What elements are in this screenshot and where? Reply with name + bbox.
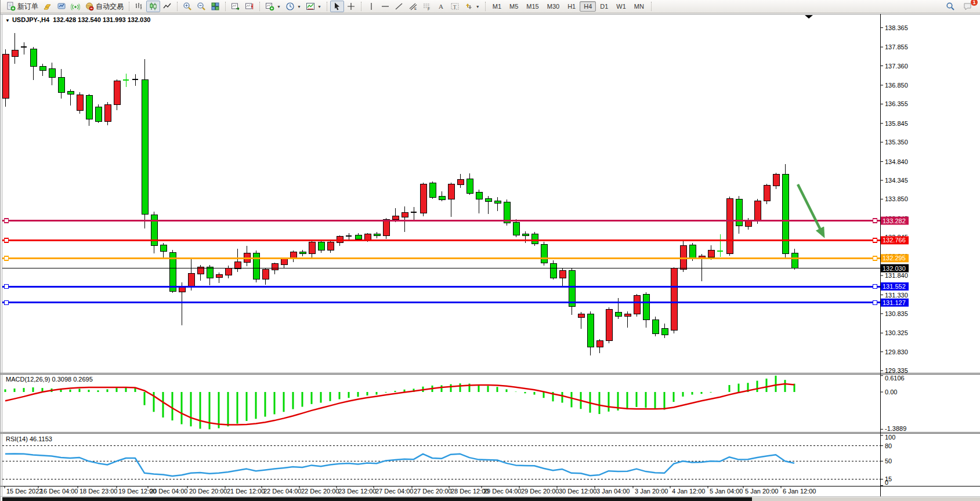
text-button[interactable]: A bbox=[434, 1, 448, 12]
svg-text:135.350: 135.350 bbox=[885, 139, 908, 146]
tf-h1-button[interactable]: H1 bbox=[563, 1, 580, 12]
tf-m1-button-label: M1 bbox=[493, 3, 501, 10]
period-button[interactable]: ▼ bbox=[283, 1, 303, 12]
toolbar-group-trade: 新订单自动交易 bbox=[3, 0, 127, 13]
line-chart-button[interactable] bbox=[160, 1, 174, 12]
svg-text:27 Dec 04:00: 27 Dec 04:00 bbox=[375, 488, 413, 495]
svg-text:0: 0 bbox=[885, 479, 888, 486]
candle-chart-button[interactable] bbox=[146, 1, 160, 12]
channel-button[interactable]: E bbox=[406, 1, 420, 12]
chart-canvas[interactable]: 138.365137.855137.360136.850136.355135.8… bbox=[1, 0, 980, 501]
svg-text:130.835: 130.835 bbox=[885, 310, 908, 317]
cursor-button[interactable] bbox=[330, 1, 344, 12]
tf-d1-button[interactable]: D1 bbox=[596, 1, 612, 12]
template-button[interactable]: ▼ bbox=[303, 1, 324, 12]
svg-text:-1.3889: -1.3889 bbox=[885, 425, 906, 432]
vline-icon bbox=[367, 2, 376, 11]
crosshair-button[interactable] bbox=[344, 1, 358, 12]
svg-text:18 Dec 23:00: 18 Dec 23:00 bbox=[79, 488, 117, 495]
notifications-button[interactable]: 1 bbox=[961, 1, 975, 12]
svg-text:132.295: 132.295 bbox=[883, 255, 906, 262]
tf-h4-button-label: H4 bbox=[584, 3, 592, 10]
fibonacci-button[interactable]: F bbox=[420, 1, 434, 12]
new-chart-button[interactable]: ▼ bbox=[263, 1, 283, 12]
tf-m5-button[interactable]: M5 bbox=[505, 1, 522, 12]
tf-m30-button[interactable]: M30 bbox=[543, 1, 563, 12]
label-button[interactable]: T bbox=[448, 1, 462, 12]
time-axis[interactable]: 15 Dec 202216 Dec 04:0018 Dec 23:0019 De… bbox=[5, 487, 816, 495]
svg-text:134.345: 134.345 bbox=[885, 177, 908, 184]
svg-text:20 Dec 20:00: 20 Dec 20:00 bbox=[189, 488, 227, 495]
channel-icon: E bbox=[408, 2, 418, 11]
zoom-in-button[interactable] bbox=[180, 1, 194, 12]
vline-button[interactable] bbox=[364, 1, 378, 12]
toolbar-separator bbox=[259, 2, 260, 11]
svg-text:130.325: 130.325 bbox=[885, 329, 908, 336]
chart-shift-button[interactable] bbox=[243, 1, 256, 12]
history-icon bbox=[57, 2, 66, 11]
svg-text:5 Jan 04:00: 5 Jan 04:00 bbox=[710, 488, 743, 495]
new-order-icon bbox=[6, 2, 16, 11]
chevron-down-icon[interactable]: ▼ bbox=[317, 5, 321, 9]
tf-m30-button-label: M30 bbox=[547, 3, 559, 10]
shapes-button[interactable]: ▼ bbox=[462, 1, 482, 12]
svg-text:134.840: 134.840 bbox=[885, 158, 908, 165]
cursor-icon bbox=[332, 2, 342, 11]
text-label-icon: T bbox=[450, 2, 460, 11]
svg-text:16 Dec 04:00: 16 Dec 04:00 bbox=[40, 488, 78, 495]
svg-text:27 Dec 20:00: 27 Dec 20:00 bbox=[414, 488, 451, 495]
svg-text:80: 80 bbox=[885, 442, 892, 449]
svg-text:133.850: 133.850 bbox=[885, 195, 908, 202]
toolbar-separator bbox=[177, 2, 178, 11]
signal-icon bbox=[71, 2, 80, 11]
bar-chart-button[interactable] bbox=[132, 1, 146, 12]
tf-h4-button[interactable]: H4 bbox=[580, 1, 596, 12]
autotrade-button[interactable]: 自动交易 bbox=[82, 1, 126, 12]
clock-icon bbox=[285, 2, 295, 11]
svg-text:29 Dec 04:00: 29 Dec 04:00 bbox=[483, 488, 521, 495]
svg-text:131.552: 131.552 bbox=[883, 283, 906, 290]
tf-w1-button-label: W1 bbox=[616, 3, 626, 10]
auto-scroll-button[interactable] bbox=[229, 1, 243, 12]
svg-text:23 Dec 12:00: 23 Dec 12:00 bbox=[338, 488, 376, 495]
candle-chart-icon bbox=[149, 2, 158, 11]
toolbar-separator bbox=[361, 2, 361, 11]
chevron-down-icon[interactable]: ▼ bbox=[476, 5, 480, 9]
tile-windows-button[interactable] bbox=[208, 1, 222, 12]
auto-scroll-icon bbox=[231, 2, 240, 11]
mt4-window: 新订单自动交易▼▼▼EFAT▼M1M5M15M30H1H4D1W1MN1 138… bbox=[0, 0, 980, 501]
svg-text:15 Dec 2022: 15 Dec 2022 bbox=[6, 488, 42, 495]
bar-chart-icon bbox=[135, 2, 144, 11]
chart-ohlc: 132.428 132.540 131.993 132.030 bbox=[53, 16, 150, 23]
one-click-trading-toggle-icon[interactable]: ▼ bbox=[5, 18, 10, 23]
toolbar-group-zoom bbox=[179, 0, 223, 13]
rsi-indicator-label: RSI(14) 46.1153 bbox=[6, 435, 52, 442]
gold-button[interactable] bbox=[41, 1, 55, 12]
tf-m1-button[interactable]: M1 bbox=[489, 1, 505, 12]
hline-button[interactable] bbox=[378, 1, 392, 12]
signals-button[interactable] bbox=[68, 1, 82, 12]
toolbar-group-tools bbox=[329, 0, 359, 13]
chevron-down-icon[interactable]: ▼ bbox=[277, 5, 281, 9]
new-order-button[interactable]: 新订单 bbox=[4, 1, 41, 12]
zoom-out-button[interactable] bbox=[194, 1, 208, 12]
tf-mn-button-label: MN bbox=[634, 3, 644, 10]
chevron-down-icon[interactable]: ▼ bbox=[297, 5, 301, 9]
svg-text:F: F bbox=[428, 7, 430, 11]
tf-m5-button-label: M5 bbox=[509, 3, 518, 10]
zoom-out-icon bbox=[197, 2, 206, 11]
history-center-button[interactable] bbox=[55, 1, 68, 12]
new-order-button-label: 新订单 bbox=[17, 2, 38, 12]
tf-mn-button[interactable]: MN bbox=[630, 1, 648, 12]
add-chart-icon bbox=[265, 2, 274, 11]
toolbar-separator bbox=[225, 2, 226, 11]
template-icon bbox=[306, 2, 315, 11]
svg-text:136.850: 136.850 bbox=[885, 82, 908, 89]
tf-m15-button-label: M15 bbox=[526, 3, 538, 10]
svg-text:E: E bbox=[414, 7, 417, 10]
trendline-button[interactable] bbox=[392, 1, 406, 12]
tf-w1-button[interactable]: W1 bbox=[612, 1, 630, 12]
tf-m15-button[interactable]: M15 bbox=[522, 1, 543, 12]
search-button[interactable] bbox=[943, 1, 957, 12]
svg-text:0.6106: 0.6106 bbox=[885, 375, 905, 382]
